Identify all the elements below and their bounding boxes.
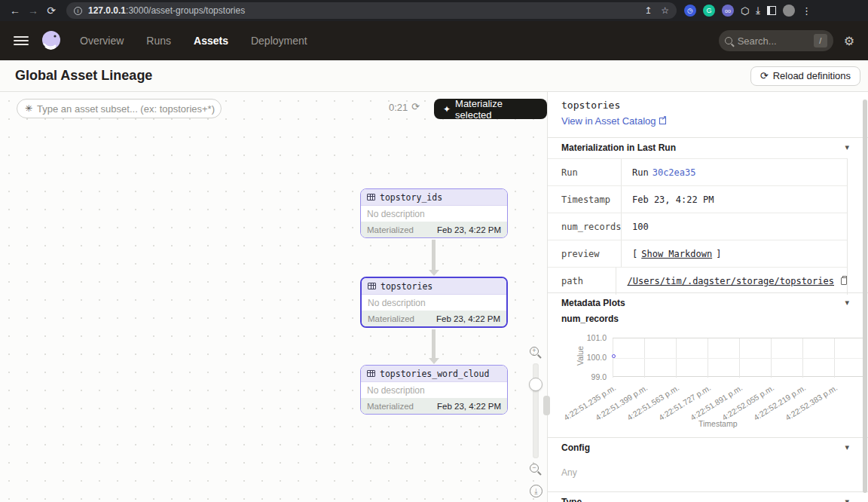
table-row-num-records: num_records 100 — [548, 213, 847, 240]
path-link[interactable]: /Users/tim/.dagster/storage/topstories — [627, 276, 834, 286]
extensions-puzzle-icon[interactable]: ⬡ — [741, 5, 749, 17]
refresh-timer-icon[interactable]: ⟳ — [411, 101, 420, 112]
nav-link-runs[interactable]: Runs — [146, 35, 171, 47]
chart-y-tick: 100.0 — [548, 353, 607, 362]
edge-topstories-to-word-cloud — [432, 329, 436, 358]
collapse-caret-icon[interactable]: ▾ — [845, 497, 849, 502]
browser-reload-icon[interactable]: ⟳ — [42, 5, 60, 17]
zoom-in-button[interactable]: + — [530, 347, 539, 356]
url-host: 127.0.0.1 — [88, 5, 126, 16]
asset-node-topstory-ids[interactable]: topstory_ids No description Materialized… — [360, 188, 508, 238]
asset-node-footer: Materialized Feb 23, 4:22 PM — [362, 311, 506, 326]
url-path: :3000/asset-groups/topstories — [126, 5, 245, 16]
zoom-out-button[interactable]: − — [530, 464, 539, 473]
global-search-input[interactable]: Search... / — [719, 30, 833, 51]
section-metadata-plots[interactable]: Metadata Plots ▾ — [548, 292, 868, 312]
collapse-caret-icon[interactable]: ▾ — [845, 142, 849, 152]
collapse-caret-icon[interactable]: ▾ — [845, 442, 849, 452]
edge-arrowhead — [429, 270, 439, 276]
refresh-timer: 0:21 — [389, 102, 408, 113]
table-row-preview: preview [Show Markdown] — [548, 240, 847, 268]
dagster-logo[interactable] — [39, 29, 63, 53]
chart-gridline-h — [613, 358, 866, 359]
edge-arrowhead — [429, 358, 439, 364]
nav-link-assets[interactable]: Assets — [194, 35, 228, 47]
extension-grammarly-icon[interactable]: G — [703, 5, 715, 17]
side-panel-icon[interactable] — [767, 6, 776, 15]
nav-links: Overview Runs Assets Deployment — [80, 35, 307, 47]
run-id-link[interactable]: 30c2ea35 — [653, 167, 696, 178]
show-markdown-link[interactable]: Show Markdown — [641, 249, 712, 259]
share-icon[interactable]: ↥ — [644, 5, 652, 16]
hamburger-menu-icon[interactable] — [14, 34, 29, 47]
asset-graph-canvas[interactable]: ✳ Type an asset subset... (ex: topstorie… — [0, 92, 547, 502]
extension-1password-icon[interactable]: ◷ — [684, 5, 696, 17]
search-shortcut-badge: / — [814, 34, 827, 47]
asset-node-header: topstories — [362, 278, 506, 295]
bookmark-star-icon[interactable]: ☆ — [661, 5, 669, 16]
chart-y-tick: 101.0 — [548, 333, 607, 342]
extensions-row: ◷ G oo ⬡ ⤓ ⋮ — [684, 5, 819, 17]
sidebar-asset-name: topstories — [561, 99, 620, 111]
section-type[interactable]: Type ▾ — [548, 491, 868, 502]
search-placeholder: Search... — [738, 35, 777, 47]
asset-node-topstories[interactable]: topstories No description Materialized F… — [360, 277, 508, 328]
reload-icon: ⟳ — [760, 70, 769, 81]
chart-x-tick: 4:22:51.235 p.m. — [562, 383, 617, 422]
table-row-timestamp: Timestamp Feb 23, 4:22 PM — [548, 186, 847, 213]
plot-metric-name: num_records — [561, 314, 619, 324]
table-asset-icon — [368, 283, 376, 289]
last-run-metadata-table: Run Run 30c2ea35 Timestamp Feb 23, 4:22 … — [548, 158, 848, 295]
num-records-chart: Value 101.0100.099.0 4:22:51.235 p.m.4:2… — [548, 335, 868, 436]
asset-graph-icon: ✳ — [25, 103, 32, 114]
search-icon — [725, 37, 732, 44]
chart-x-axis-label: Timestamp — [698, 419, 738, 428]
reload-definitions-button[interactable]: ⟳ Reload definitions — [750, 66, 860, 86]
section-config[interactable]: Config ▾ — [548, 437, 868, 457]
materialize-selected-button[interactable]: ✦ Materialize selected — [434, 99, 547, 119]
section-materialization-last-run[interactable]: Materialization in Last Run ▾ — [548, 137, 868, 157]
asset-filter-input[interactable]: ✳ Type an asset subset... (ex: topstorie… — [17, 99, 222, 118]
external-link-icon — [659, 118, 666, 124]
browser-forward-icon[interactable]: → — [24, 5, 42, 17]
asset-node-topstories-word-cloud[interactable]: topstories_word_cloud No description Mat… — [360, 365, 508, 415]
chart-plot-area — [613, 338, 866, 377]
collapse-caret-icon[interactable]: ▾ — [845, 298, 849, 308]
asset-details-sidebar: topstories View in Asset Catalog Materia… — [547, 92, 868, 502]
table-row-path: path /Users/tim/.dagster/storage/topstor… — [548, 268, 847, 295]
settings-gear-icon[interactable]: ⚙ — [844, 34, 854, 48]
table-asset-icon — [367, 194, 375, 200]
zoom-slider-thumb[interactable] — [529, 378, 542, 391]
materialize-icon: ✦ — [443, 104, 451, 115]
copy-icon[interactable] — [841, 277, 847, 285]
downloads-icon[interactable]: ⤓ — [756, 5, 760, 17]
nav-link-deployment[interactable]: Deployment — [251, 35, 307, 47]
asset-node-description: No description — [361, 206, 507, 222]
browser-menu-icon[interactable]: ⋮ — [802, 5, 811, 17]
app-navbar: Overview Runs Assets Deployment Search..… — [0, 21, 868, 60]
browser-back-icon[interactable]: ← — [6, 5, 24, 17]
chart-y-tick: 99.0 — [548, 372, 607, 381]
chart-data-point[interactable] — [612, 354, 616, 358]
asset-node-header: topstory_ids — [361, 189, 507, 206]
site-info-icon[interactable]: i — [74, 7, 82, 15]
table-row-run: Run Run 30c2ea35 — [548, 159, 847, 186]
profile-avatar[interactable] — [783, 5, 795, 17]
asset-node-description: No description — [362, 295, 506, 311]
config-value: Any — [561, 467, 577, 478]
asset-node-footer: Materialized Feb 23, 4:22 PM — [361, 398, 507, 414]
address-bar[interactable]: i 127.0.0.1:3000/asset-groups/topstories… — [66, 2, 677, 19]
asset-node-description: No description — [361, 382, 507, 398]
table-asset-icon — [367, 370, 375, 377]
page-title: Global Asset Lineage — [15, 68, 152, 84]
panel-resize-handle[interactable] — [543, 396, 550, 415]
sidebar-scrollbar[interactable] — [863, 99, 867, 493]
view-in-asset-catalog-link[interactable]: View in Asset Catalog — [561, 115, 666, 127]
extension-incognito-icon[interactable]: oo — [722, 5, 734, 17]
zoom-to-fit-button[interactable]: ⤓ — [530, 485, 542, 497]
asset-node-footer: Materialized Feb 23, 4:22 PM — [361, 222, 507, 237]
nav-link-overview[interactable]: Overview — [80, 35, 124, 47]
page-header: Global Asset Lineage ⟳ Reload definition… — [0, 60, 868, 92]
asset-node-header: topstories_word_cloud — [361, 366, 507, 382]
edge-topstory-ids-to-topstories — [432, 240, 436, 270]
